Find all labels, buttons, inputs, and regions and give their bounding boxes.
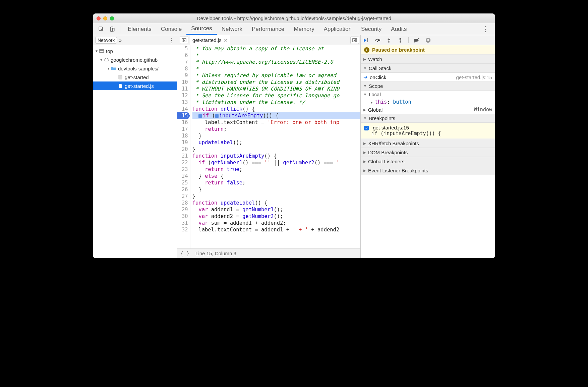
tab-memory[interactable]: Memory: [289, 23, 319, 35]
line-number[interactable]: 12: [177, 92, 188, 99]
code-line: * See the License for the specific langu…: [192, 92, 360, 99]
line-number[interactable]: 30: [177, 213, 188, 220]
tab-console[interactable]: Console: [156, 23, 186, 35]
scope-local[interactable]: ▼Local: [361, 91, 495, 98]
window-titlebar: Developer Tools - https://googlechrome.g…: [93, 14, 495, 23]
tree-label: get-started.js: [125, 83, 154, 89]
breakpoints-section[interactable]: ▼Breakpoints: [361, 114, 495, 123]
tab-elements[interactable]: Elements: [123, 23, 156, 35]
tab-sources[interactable]: Sources: [186, 23, 217, 35]
step-over-button[interactable]: [374, 37, 381, 44]
callstack-section[interactable]: ▼Call Stack: [361, 64, 495, 73]
svg-rect-14: [427, 39, 428, 41]
line-number[interactable]: 24: [177, 173, 188, 179]
svg-point-11: [388, 41, 390, 43]
close-tab-icon[interactable]: ✕: [224, 38, 228, 43]
line-number[interactable]: 29: [177, 206, 188, 213]
code-line: *: [192, 52, 360, 59]
line-number[interactable]: 19: [177, 139, 188, 146]
code-line: label.textContent = 'Error: one or both …: [192, 119, 360, 126]
tree-label: devtools-samples/: [118, 66, 159, 71]
tab-network[interactable]: Network: [217, 23, 247, 35]
line-number[interactable]: 18: [177, 132, 188, 139]
scope-variable[interactable]: ▶ this: button: [361, 98, 495, 106]
code-line: return false;: [192, 179, 360, 186]
pause-on-exceptions-button[interactable]: [425, 37, 431, 44]
code-line: if (getNumber1() === '' || getNumber2() …: [192, 159, 360, 166]
step-into-button[interactable]: [386, 37, 392, 44]
line-number[interactable]: 26: [177, 186, 188, 193]
navigator-header: Network » ⋮: [93, 35, 177, 45]
code-area[interactable]: * You may obtain a copy of the License a…: [190, 45, 360, 248]
tab-performance[interactable]: Performance: [247, 23, 289, 35]
line-number[interactable]: 9: [177, 72, 188, 79]
line-number[interactable]: 32: [177, 226, 188, 233]
line-number[interactable]: 7: [177, 59, 188, 65]
current-frame-icon: ➔: [363, 74, 368, 80]
line-number[interactable]: 23: [177, 166, 188, 173]
line-number[interactable]: 25: [177, 179, 188, 186]
svg-point-10: [377, 41, 378, 42]
tree-file-html[interactable]: get-started: [93, 73, 177, 81]
resume-button[interactable]: [363, 37, 369, 44]
callstack-frame[interactable]: ➔ onClick get-started.js:15: [361, 73, 495, 81]
editor-tab[interactable]: get-started.js ✕: [190, 35, 230, 45]
checkbox-checked-icon[interactable]: ✓: [364, 126, 369, 130]
toggle-navigator-button[interactable]: [180, 37, 188, 44]
event-listener-breakpoints-section[interactable]: ▶Event Listener Breakpoints: [361, 166, 495, 175]
code-line: }: [192, 193, 360, 200]
xhr-breakpoints-section[interactable]: ▶XHR/fetch Breakpoints: [361, 139, 495, 148]
chevron-right-icon[interactable]: »: [119, 38, 122, 43]
step-out-button[interactable]: [397, 37, 404, 44]
scope-global[interactable]: ▶GlobalWindow: [361, 106, 495, 114]
tab-application[interactable]: Application: [319, 23, 356, 35]
watch-section[interactable]: ▶Watch: [361, 55, 495, 64]
line-number[interactable]: 8: [177, 65, 188, 72]
inspect-element-icon[interactable]: [98, 26, 105, 33]
code-line: } else {: [192, 173, 360, 179]
tree-folder[interactable]: ▼ devtools-samples/: [93, 64, 177, 73]
line-number[interactable]: 17: [177, 126, 188, 132]
tab-security[interactable]: Security: [356, 23, 386, 35]
paused-text: Paused on breakpoint: [372, 47, 425, 53]
tab-audits[interactable]: Audits: [386, 23, 411, 35]
tree-top[interactable]: ▼ top: [93, 47, 177, 55]
more-menu-icon[interactable]: ⋮: [479, 25, 492, 34]
line-number[interactable]: 6: [177, 52, 188, 59]
debugger-toolbar: [361, 35, 495, 45]
line-number[interactable]: 21: [177, 153, 188, 159]
breakpoint-item[interactable]: ✓ get-started.js:15 if (inputsAreEmpty()…: [361, 123, 495, 139]
code-line: var sum = addend1 + addend2;: [192, 220, 360, 226]
line-number[interactable]: 16: [177, 119, 188, 126]
dom-breakpoints-section[interactable]: ▶DOM Breakpoints: [361, 148, 495, 157]
svg-point-12: [400, 41, 401, 43]
navigator-selector[interactable]: Network: [95, 37, 117, 44]
deactivate-breakpoints-button[interactable]: [413, 37, 420, 44]
pretty-print-icon[interactable]: { }: [180, 251, 189, 257]
editor-body[interactable]: 5678910111213141516171819202122232425262…: [177, 45, 360, 248]
tree-label: googlechrome.github: [111, 57, 158, 63]
scope-section[interactable]: ▼Scope: [361, 81, 495, 91]
line-number[interactable]: 22: [177, 159, 188, 166]
line-number[interactable]: 31: [177, 220, 188, 226]
navigator-more-icon[interactable]: ⋮: [168, 36, 175, 44]
line-number[interactable]: 28: [177, 200, 188, 206]
line-number[interactable]: 20: [177, 146, 188, 153]
frame-icon: [99, 48, 105, 54]
tree-domain[interactable]: ▼ googlechrome.github: [93, 55, 177, 64]
code-line: function updateLabel() {: [192, 200, 360, 206]
line-number[interactable]: 27: [177, 193, 188, 200]
toggle-debugger-button[interactable]: [350, 37, 359, 44]
tree-file-js[interactable]: get-started.js: [93, 81, 177, 90]
line-number[interactable]: 11: [177, 86, 188, 92]
line-gutter[interactable]: 5678910111213141516171819202122232425262…: [177, 45, 190, 248]
line-number[interactable]: 10: [177, 79, 188, 86]
global-listeners-section[interactable]: ▶Global Listeners: [361, 157, 495, 166]
line-number[interactable]: 13: [177, 99, 188, 106]
line-number[interactable]: 14: [177, 106, 188, 112]
svg-rect-15: [428, 39, 429, 41]
device-toolbar-icon[interactable]: [109, 26, 115, 33]
line-number[interactable]: 5: [177, 45, 188, 52]
breakpoint-marker-icon: [215, 114, 219, 118]
line-number[interactable]: 15: [177, 112, 188, 119]
